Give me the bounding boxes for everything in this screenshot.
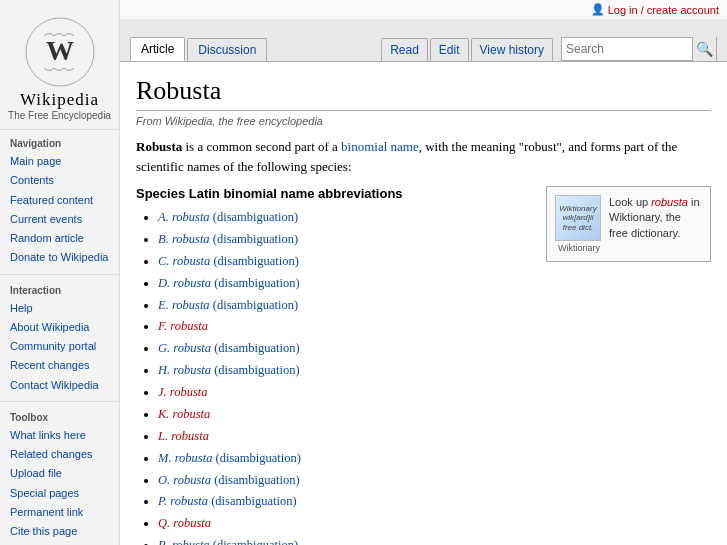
species-link[interactable]: K. robusta — [158, 407, 210, 421]
list-item: J. robusta — [158, 382, 532, 404]
main-wrapper: 👤 Log in / create account Article Discus… — [120, 0, 727, 545]
sidebar-item-contact[interactable]: Contact Wikipedia — [10, 376, 109, 395]
sidebar-item-contents[interactable]: Contents — [10, 171, 109, 190]
list-item: H. robusta (disambiguation) — [158, 360, 532, 382]
sidebar-item-what-links[interactable]: What links here — [10, 426, 109, 445]
species-link[interactable]: G. robusta — [158, 341, 211, 355]
sidebar-item-donate[interactable]: Donate to Wikipedia — [10, 248, 109, 267]
species-disambig-link[interactable]: (disambiguation) — [213, 254, 298, 268]
tab-read[interactable]: Read — [381, 38, 428, 61]
species-link[interactable]: D. robusta — [158, 276, 211, 290]
list-item: E. robusta (disambiguation) — [158, 295, 532, 317]
list-item: P. robusta (disambiguation) — [158, 491, 532, 513]
sidebar-item-recent-changes[interactable]: Recent changes — [10, 356, 109, 375]
tab-view-history[interactable]: View history — [471, 38, 553, 61]
sidebar-item-permanent-link[interactable]: Permanent link — [10, 503, 109, 522]
wiktionary-link[interactable]: robusta — [651, 196, 688, 208]
sidebar-item-current-events[interactable]: Current events — [10, 210, 109, 229]
left-tabs: Article Discussion — [130, 37, 381, 61]
sidebar-item-cite[interactable]: Cite this page — [10, 522, 109, 541]
species-link[interactable]: H. robusta — [158, 363, 211, 377]
sidebar-item-help[interactable]: Help — [10, 299, 109, 318]
species-link[interactable]: F. robusta — [158, 319, 208, 333]
sidebar-section-title-toolbox: Toolbox — [10, 412, 109, 423]
species-link[interactable]: J. robusta — [158, 385, 208, 399]
species-link[interactable]: B. robusta — [158, 232, 210, 246]
species-link[interactable]: A. robusta — [158, 210, 210, 224]
tab-edit[interactable]: Edit — [430, 38, 469, 61]
species-link[interactable]: C. robusta — [158, 254, 210, 268]
wikipedia-logo-svg: W — [24, 16, 96, 88]
sidebar-section-navigation: Navigation Main page Contents Featured c… — [0, 132, 119, 270]
wiktionary-label: Wiktionary — [555, 243, 603, 253]
from-wikipedia: From Wikipedia, the free encyclopedia — [136, 115, 711, 127]
species-link[interactable]: L. robusta — [158, 429, 209, 443]
user-icon: 👤 — [591, 3, 605, 16]
list-item: L. robusta — [158, 426, 532, 448]
sidebar-logo: W Wikipedia The Free Encyclopedia — [0, 8, 119, 127]
sidebar-section-title-navigation: Navigation — [10, 138, 109, 149]
tab-article[interactable]: Article — [130, 37, 185, 61]
sidebar-item-related-changes[interactable]: Related changes — [10, 445, 109, 464]
right-tabs: Read Edit View history 🔍 — [381, 37, 717, 61]
species-link[interactable]: M. robusta — [158, 451, 212, 465]
wiktionary-icon: Wiktionarywik[ard]iifree dict. Wiktionar… — [555, 195, 603, 253]
list-item: G. robusta (disambiguation) — [158, 338, 532, 360]
species-disambig-link[interactable]: (disambiguation) — [213, 538, 298, 545]
section-title: Species Latin binomial name abbreviation… — [136, 186, 532, 201]
sidebar-item-main-page[interactable]: Main page — [10, 152, 109, 171]
wiktionary-description: Look up robusta in Wiktionary, the free … — [609, 195, 702, 241]
intro-paragraph: Robusta is a common second part of a bin… — [136, 137, 711, 176]
list-item: R. robusta (disambiguation) — [158, 535, 532, 545]
species-disambig-link[interactable]: (disambiguation) — [214, 341, 299, 355]
tabs-row: Article Discussion Read Edit View histor… — [120, 20, 727, 62]
wiktionary-box: Wiktionarywik[ard]iifree dict. Wiktionar… — [546, 186, 711, 262]
list-item: D. robusta (disambiguation) — [158, 273, 532, 295]
article-content: Robusta From Wikipedia, the free encyclo… — [120, 62, 727, 545]
species-disambig-link[interactable]: (disambiguation) — [214, 363, 299, 377]
list-item: A. robusta (disambiguation) — [158, 207, 532, 229]
species-disambig-link[interactable]: (disambiguation) — [213, 298, 298, 312]
species-link[interactable]: E. robusta — [158, 298, 210, 312]
sidebar: W Wikipedia The Free Encyclopedia Naviga… — [0, 0, 120, 545]
svg-text:W: W — [46, 35, 74, 66]
wiktionary-icon-text: Wiktionarywik[ard]iifree dict. — [559, 204, 596, 233]
list-item: Q. robusta — [158, 513, 532, 535]
list-item: C. robusta (disambiguation) — [158, 251, 532, 273]
species-disambig-link[interactable]: (disambiguation) — [213, 232, 298, 246]
species-list: A. robusta (disambiguation) B. robusta (… — [136, 207, 532, 545]
sidebar-item-featured-content[interactable]: Featured content — [10, 191, 109, 210]
binomial-name-link[interactable]: binomial name — [341, 139, 419, 154]
sidebar-item-special-pages[interactable]: Special pages — [10, 484, 109, 503]
species-link[interactable]: R. robusta — [158, 538, 210, 545]
top-bar: 👤 Log in / create account — [120, 0, 727, 20]
species-disambig-link[interactable]: (disambiguation) — [214, 276, 299, 290]
list-item: M. robusta (disambiguation) — [158, 448, 532, 470]
site-title: Wikipedia — [4, 90, 115, 110]
sidebar-item-random-article[interactable]: Random article — [10, 229, 109, 248]
intro-bold: Robusta — [136, 139, 182, 154]
sidebar-section-interaction: Interaction Help About Wikipedia Communi… — [0, 279, 119, 397]
species-link[interactable]: O. robusta — [158, 473, 211, 487]
list-item: F. robusta — [158, 316, 532, 338]
species-link[interactable]: Q. robusta — [158, 516, 211, 530]
species-disambig-link[interactable]: (disambiguation) — [213, 210, 298, 224]
species-disambig-link[interactable]: (disambiguation) — [211, 494, 296, 508]
species-section: Species Latin binomial name abbreviation… — [136, 186, 532, 545]
sidebar-section-toolbox: Toolbox What links here Related changes … — [0, 406, 119, 544]
sidebar-item-upload-file[interactable]: Upload file — [10, 464, 109, 483]
list-item: K. robusta — [158, 404, 532, 426]
site-subtitle: The Free Encyclopedia — [4, 110, 115, 121]
login-link[interactable]: Log in / create account — [608, 4, 719, 16]
search-input[interactable] — [562, 38, 692, 60]
species-disambig-link[interactable]: (disambiguation) — [216, 451, 301, 465]
sidebar-item-about[interactable]: About Wikipedia — [10, 318, 109, 337]
sidebar-item-community-portal[interactable]: Community portal — [10, 337, 109, 356]
search-button[interactable]: 🔍 — [692, 37, 716, 61]
page-title: Robusta — [136, 76, 711, 111]
species-disambig-link[interactable]: (disambiguation) — [214, 473, 299, 487]
tab-discussion[interactable]: Discussion — [187, 38, 267, 61]
list-item: B. robusta (disambiguation) — [158, 229, 532, 251]
species-link[interactable]: P. robusta — [158, 494, 208, 508]
sidebar-section-title-interaction: Interaction — [10, 285, 109, 296]
